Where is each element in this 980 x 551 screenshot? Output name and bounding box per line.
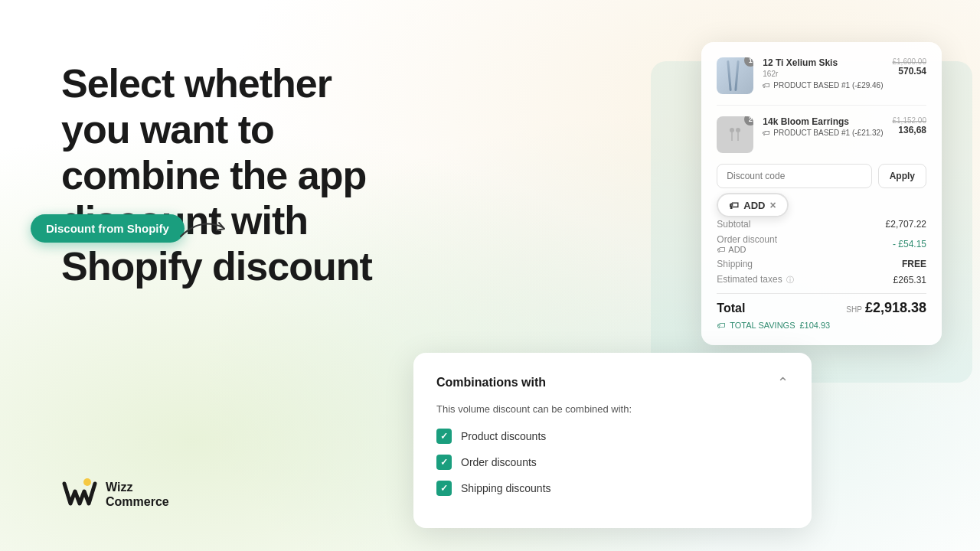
savings-row: 🏷 TOTAL SAVINGS £104.93 xyxy=(717,321,926,330)
shipping-discounts-label: Shipping discounts xyxy=(461,482,551,494)
item-name-1: 12 Ti Xelium Skis xyxy=(763,57,883,68)
info-icon: ⓘ xyxy=(786,276,794,284)
order-card: 1 12 Ti Xelium Skis 162r 🏷 PRODUCT BASED… xyxy=(701,42,942,345)
combinations-description: This volume discount can be combined wit… xyxy=(436,403,789,415)
checkmark-icon-3: ✓ xyxy=(440,483,448,494)
tag-small-icon: 🏷 xyxy=(729,200,739,211)
price-original-1: £1,600.00 xyxy=(893,57,927,66)
checkbox-product[interactable]: ✓ xyxy=(436,429,452,444)
item-image-ski: 1 xyxy=(717,57,753,94)
discount-code-row: Apply 🏷 ADD × xyxy=(717,164,926,188)
combinations-card: Combinations with ⌃ This volume discount… xyxy=(413,353,812,528)
add-discount-badge[interactable]: 🏷 ADD × xyxy=(717,193,788,217)
svg-point-0 xyxy=(83,478,91,486)
checkbox-shipping[interactable]: ✓ xyxy=(436,481,452,496)
wizzcommerce-logo-icon xyxy=(61,476,98,513)
discount-code-input[interactable] xyxy=(717,164,871,188)
close-icon[interactable]: × xyxy=(769,199,776,211)
svg-point-1 xyxy=(730,128,734,132)
order-discounts-label: Order discounts xyxy=(461,456,537,468)
checkbox-order[interactable]: ✓ xyxy=(436,455,452,470)
price-current-2: 136,68 xyxy=(893,125,927,135)
subtotal-label: Subtotal xyxy=(717,219,750,230)
order-discount-value: - £54.15 xyxy=(893,239,926,249)
shipping-label: Shipping xyxy=(717,259,753,269)
shipping-row: Shipping FREE xyxy=(717,259,926,269)
tag-icon-2: 🏷 xyxy=(763,129,770,137)
logo-text: Wizz Commerce xyxy=(106,480,169,509)
order-item-2: 2 14k Bloom Earrings 🏷 PRODUCT BASED #1 … xyxy=(717,116,926,153)
total-value-wrap: SHP £2,918.38 xyxy=(846,300,926,316)
checkbox-item-product: ✓ Product discounts xyxy=(436,429,789,444)
shipping-value: FREE xyxy=(902,259,926,269)
total-currency-note: SHP xyxy=(846,305,862,314)
item-name-2: 14k Bloom Earrings xyxy=(763,116,883,127)
main-heading: Select whether you want to combine the a… xyxy=(61,61,459,290)
item-variant-1: 162r xyxy=(763,70,883,78)
price-current-1: 570.54 xyxy=(893,66,927,77)
total-value: £2,918.38 xyxy=(865,300,926,316)
price-original-2: £1,152.00 xyxy=(893,116,927,125)
product-discounts-label: Product discounts xyxy=(461,430,546,442)
taxes-row: Estimated taxes ⓘ £265.31 xyxy=(717,274,926,285)
item-info-2: 14k Bloom Earrings 🏷 PRODUCT BASED #1 (-… xyxy=(763,116,883,137)
item-discount-1: 🏷 PRODUCT BASED #1 (-£29.46) xyxy=(763,81,883,90)
logo: Wizz Commerce xyxy=(61,476,169,513)
item-badge-1: 1 xyxy=(744,57,753,67)
item-discount-2: 🏷 PRODUCT BASED #1 (-£21.32) xyxy=(763,129,883,137)
apply-button[interactable]: Apply xyxy=(878,164,926,188)
checkbox-item-order: ✓ Order discounts xyxy=(436,455,789,470)
shopify-discount-bubble: Discount from Shopify xyxy=(31,214,185,243)
svg-point-3 xyxy=(736,128,740,132)
subtotal-value: £2,707.22 xyxy=(886,219,926,230)
shopify-bubble-text: Discount from Shopify xyxy=(31,214,185,243)
checkbox-item-shipping: ✓ Shipping discounts xyxy=(436,481,789,496)
taxes-value: £265.31 xyxy=(893,275,926,285)
combinations-title: Combinations with xyxy=(436,376,546,390)
item-prices-1: £1,600.00 570.54 xyxy=(893,57,927,77)
order-item-1: 1 12 Ti Xelium Skis 162r 🏷 PRODUCT BASED… xyxy=(717,57,926,106)
chevron-up-icon[interactable]: ⌃ xyxy=(777,374,789,391)
total-row: Total SHP £2,918.38 xyxy=(717,293,926,316)
arrow-icon xyxy=(177,214,230,244)
order-discount-label: Order discount 🏷 ADD xyxy=(717,234,777,254)
checkmark-icon-2: ✓ xyxy=(440,457,448,468)
combinations-header: Combinations with ⌃ xyxy=(436,374,789,391)
item-image-earring: 2 xyxy=(717,116,753,153)
left-section: Select whether you want to combine the a… xyxy=(61,61,459,290)
item-info-1: 12 Ti Xelium Skis 162r 🏷 PRODUCT BASED #… xyxy=(763,57,883,90)
add-sub-label: 🏷 ADD xyxy=(717,245,777,254)
taxes-label: Estimated taxes ⓘ xyxy=(717,274,794,285)
checkmark-icon: ✓ xyxy=(440,431,448,442)
subtotal-row: Subtotal £2,707.22 xyxy=(717,219,926,230)
tag-small-icon-2: 🏷 xyxy=(717,245,725,254)
order-summary: Subtotal £2,707.22 Order discount 🏷 ADD … xyxy=(717,219,926,330)
order-discount-row: Order discount 🏷 ADD - £54.15 xyxy=(717,234,926,254)
item-prices-2: £1,152.00 136,68 xyxy=(893,116,927,135)
item-badge-2: 2 xyxy=(744,116,753,126)
tag-savings-icon: 🏷 xyxy=(717,321,725,330)
tag-icon-1: 🏷 xyxy=(763,81,770,90)
total-label: Total xyxy=(717,302,745,315)
order-card-wrapper: 1 12 Ti Xelium Skis 162r 🏷 PRODUCT BASED… xyxy=(701,42,942,345)
